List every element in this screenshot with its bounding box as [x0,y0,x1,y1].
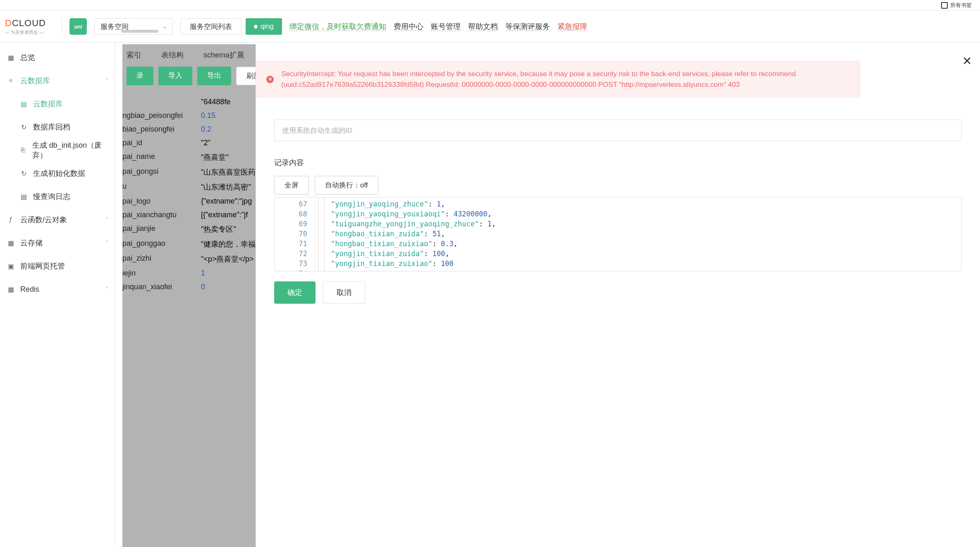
chevron-down-icon: ˅ [106,286,108,292]
error-icon: ✕ [266,76,274,83]
nav-help[interactable]: 帮助文档 [468,22,498,31]
data-value: [{"extname":"jf [201,211,248,219]
sidebar-database-sub[interactable]: ▤云数据库 [0,92,115,115]
id-input[interactable]: 使用系统自动生成的ID [274,120,962,141]
id-field: 使用系统自动生成的ID [274,120,962,141]
sidebar-initdata-label: 生成初始化数据 [33,168,85,178]
tab-index[interactable]: 索引 [127,50,141,60]
code-line: "yongjin_tixian_zuixiao": 100 [318,259,958,269]
chevron-down-icon: ˅ [106,217,108,223]
hosting-icon: ▣ [6,262,15,270]
nav-dengbao[interactable]: 等保测评服务 [505,22,550,31]
data-value: "山东燕喜堂医药 [201,167,256,177]
nav-account[interactable]: 账号管理 [431,22,461,31]
tab-schema[interactable]: 表结构 [161,50,184,60]
cancel-button[interactable]: 取消 [323,281,365,304]
code-line: "tuiguangzhe_yongjin_yaoqing_zhuce": 1, [318,219,958,229]
uni-badge[interactable]: uni [69,18,87,35]
data-key: pai_jianjie [122,224,201,234]
import-button[interactable]: 导入 [158,67,192,85]
data-key: pai_zizhi [122,254,201,264]
sidebar-database[interactable]: ≡云数据库˄ [0,69,115,92]
data-value: 0 [201,283,205,291]
sidebar-rollback-label: 数据库回档 [33,122,70,132]
rollback-icon: ↻ [19,123,28,131]
sidebar-database-label: 云数据库 [20,76,50,86]
data-value: {"extname":"jpg [201,197,252,206]
line-number: 69 [276,219,307,229]
data-value: "2" [201,139,210,147]
log-icon: ▤ [19,193,28,201]
code-body[interactable]: "yongjin_yaoqing_zhuce": 1,"yongjin_yaoq… [315,197,961,271]
export-button[interactable]: 导出 [197,67,231,85]
data-key: biao_peisongfei [122,125,201,134]
bookmarks-label[interactable]: 所有书签 [950,2,972,9]
tab-schema-ext[interactable]: schema扩展 [203,50,244,60]
add-button[interactable]: 录 [127,67,153,85]
line-number: 68 [276,209,307,219]
sidebar-slowlog[interactable]: ▤慢查询日志 [0,185,115,208]
redis-icon: ▦ [6,285,15,293]
line-number: 70 [276,229,307,239]
data-key: pai_xianchangtu [122,211,201,219]
status-dot-icon [254,25,258,29]
sidebar-dbinit-label: 生成 db_init.json（废弃） [32,140,108,160]
code-line: "yongjin_tixian_zuida": 100, [318,249,958,259]
current-space-button[interactable]: qing [246,18,282,35]
sidebar-dbinit[interactable]: ⎘生成 db_init.json（废弃） [0,139,115,162]
confirm-button[interactable]: 确定 [274,281,316,304]
data-value: 1 [201,269,205,278]
error-alert: ✕ SecurityIntercept: Your request has be… [256,61,860,98]
space-list-button[interactable]: 服务空间列表 [180,18,241,35]
current-space-name: qing [261,22,274,31]
header-scrollbar[interactable] [121,30,158,33]
divider [62,18,62,35]
fullscreen-button[interactable]: 全屏 [274,176,309,194]
sidebar-functions[interactable]: ƒ云函数/云对象˅ [0,208,115,231]
data-value: 0.2 [201,125,211,134]
sidebar-redis[interactable]: ▦Redis˅ [0,278,115,301]
line-number: 71 [276,239,307,249]
code-line: "yongjin_yaoqing_zhuce": 1, [318,199,958,209]
sidebar-overview[interactable]: ▦总览 [0,46,115,69]
modal: ✕ ✕ SecurityIntercept: Your request has … [256,44,980,547]
bookmark-icon [941,2,948,9]
data-value: "健康的您，幸福 [201,239,256,249]
sidebar-storage-label: 云存储 [20,238,43,248]
nav-links: 绑定微信，及时获取欠费通知 费用中心 账号管理 帮助文档 等保测评服务 紧急报障 [289,22,975,31]
data-value: "山东潍坊高密" [201,182,251,192]
line-number: 74 [276,269,307,271]
sidebar-rollback[interactable]: ↻数据库回档 [0,115,115,139]
data-value: 0.15 [201,111,215,120]
code-editor[interactable]: 6768697071727374 "yongjin_yaoqing_zhuce"… [274,197,962,271]
nav-emergency[interactable]: 紧急报障 [557,22,587,31]
data-key: pai_id [122,139,201,147]
sidebar-storage[interactable]: ▦云存储˅ [0,231,115,254]
code-line: "yongjin_yaoqing_youxiaoqi": 43200000, [318,209,958,219]
sidebar-redis-label: Redis [20,285,39,294]
line-number: 73 [276,259,307,269]
data-key: pai_name [122,152,201,162]
data-value: "热卖专区" [201,224,236,234]
body: ▦总览 ≡云数据库˄ ▤云数据库 ↻数据库回档 ⎘生成 db_init.json… [0,43,980,547]
code-line: "hongbao_tixian_zuida": 51, [318,229,958,239]
sidebar-overview-label: 总览 [20,53,35,62]
gutter: 6768697071727374 [275,197,315,271]
data-key: jinquan_xiaofei [122,283,201,291]
data-key: u [122,182,201,192]
logo-rest: LOUD [19,18,46,28]
close-button[interactable]: ✕ [962,54,972,68]
refresh-icon: ↻ [19,170,28,178]
sidebar-initdata[interactable]: ↻生成初始化数据 [0,162,115,185]
wrap-toggle-button[interactable]: 自动换行：off [315,176,378,194]
nav-billing[interactable]: 费用中心 [394,22,423,31]
chevron-down-icon: ˅ [106,240,108,246]
sidebar-hosting[interactable]: ▣前端网页托管 [0,254,115,278]
chevron-up-icon: ˄ [106,78,108,84]
file-icon: ⎘ [19,146,27,154]
overview-icon: ▦ [6,54,15,62]
data-key: pai_gongsi [122,167,201,177]
logo[interactable]: DCLOUD — 为开发者而生 — [5,18,46,36]
database-icon: ≡ [6,77,15,84]
nav-bind-wechat[interactable]: 绑定微信，及时获取欠费通知 [289,22,386,31]
